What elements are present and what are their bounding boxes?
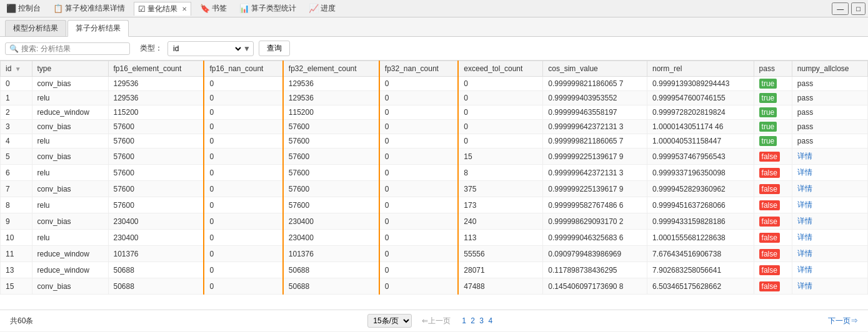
calibration-icon: 📋: [53, 4, 63, 13]
detail-link[interactable]: 详情: [797, 217, 812, 225]
cell-numpy-allclose[interactable]: 详情: [792, 230, 867, 246]
table-row: 10 relu 230400 0 230400 0 113 0.99999904…: [1, 230, 868, 246]
cell-numpy-allclose[interactable]: 详情: [792, 149, 867, 165]
cell-id: 0: [1, 77, 32, 91]
cell-exceed-tol: 113: [458, 230, 543, 246]
cell-fp32-nan: 0: [379, 134, 458, 149]
page-link-3[interactable]: 3: [479, 316, 484, 325]
table-row: 2 reduce_window 115200 0 115200 0 0 0.99…: [1, 105, 868, 120]
cell-fp32-nan: 0: [379, 230, 458, 246]
detail-link[interactable]: 详情: [797, 233, 812, 242]
minimize-button[interactable]: —: [832, 2, 849, 15]
cell-numpy-allclose[interactable]: 详情: [792, 278, 867, 295]
tab-op-analysis[interactable]: 算子分析结果: [67, 20, 129, 37]
title-bar-progress[interactable]: 📈 进度: [305, 2, 339, 15]
page-link-1[interactable]: 1: [462, 316, 466, 325]
cell-cos-sim: 0.999999821186065 7: [543, 77, 647, 91]
cell-fp16-elem: 57600: [108, 120, 204, 134]
cell-fp32-nan: 0: [379, 91, 458, 105]
cell-norm-rel: 7.676434516906738: [647, 246, 754, 262]
detail-link[interactable]: 详情: [797, 152, 812, 160]
cell-numpy-allclose[interactable]: 详情: [792, 197, 867, 213]
cell-id: 10: [1, 230, 32, 246]
cell-norm-rel: 7.902683258056641: [647, 262, 754, 278]
cell-numpy-allclose[interactable]: 详情: [792, 181, 867, 197]
cell-norm-rel: 0.9999433159828186: [647, 213, 754, 230]
cell-norm-rel: 0.9999547600746155: [647, 91, 754, 105]
col-header-fp32-elem: fp32_element_count: [283, 61, 379, 77]
cell-fp32-elem: 230400: [283, 213, 379, 230]
table-row: 3 conv_bias 57600 0 57600 0 0 0.99999964…: [1, 120, 868, 134]
title-bar-op-stats[interactable]: 📊 算子类型统计: [236, 2, 300, 15]
col-header-id[interactable]: id ▼: [1, 61, 32, 77]
cell-numpy-allclose: pass: [792, 105, 867, 120]
tab-model-analysis[interactable]: 模型分析结果: [5, 20, 66, 36]
cell-type: conv_bias: [32, 120, 108, 134]
cell-fp32-elem: 57600: [283, 134, 379, 149]
cell-fp32-elem: 230400: [283, 230, 379, 246]
cell-pass: false: [754, 278, 792, 295]
cell-numpy-allclose[interactable]: 详情: [792, 165, 867, 181]
page-link-2[interactable]: 2: [471, 316, 475, 325]
detail-link[interactable]: 详情: [797, 281, 812, 290]
close-tab-button[interactable]: ✕: [182, 6, 187, 12]
results-table: id ▼ type fp16_element_count fp16_nan_co…: [0, 61, 868, 295]
cell-type: conv_bias: [32, 213, 108, 230]
title-bar-calibration[interactable]: 📋 算子校准结果详情: [49, 2, 129, 15]
detail-link[interactable]: 详情: [797, 265, 812, 274]
table-row: 1 relu 129536 0 129536 0 0 0.99999940395…: [1, 91, 868, 105]
cell-id: 8: [1, 197, 32, 213]
op-stats-icon: 📊: [239, 4, 249, 13]
cell-exceed-tol: 240: [458, 213, 543, 230]
title-bar-quantization[interactable]: ☑ 量化结果 ✕: [134, 2, 191, 16]
table-row: 13 reduce_window 50688 0 50688 0 28071 0…: [1, 262, 868, 278]
table-row: 7 conv_bias 57600 0 57600 0 375 0.999999…: [1, 181, 868, 197]
cell-numpy-allclose[interactable]: 详情: [792, 262, 867, 278]
maximize-button[interactable]: □: [851, 2, 866, 15]
cell-norm-rel: 1.0001555681228638: [647, 230, 754, 246]
type-select[interactable]: id type pass: [168, 42, 243, 56]
detail-link[interactable]: 详情: [797, 200, 812, 209]
title-bar-console[interactable]: ⬛ 控制台: [2, 2, 44, 15]
next-page-button[interactable]: 下一页⇒: [828, 316, 858, 326]
cell-norm-rel: 0.9999537467956543: [647, 149, 754, 165]
cell-cos-sim: 0.999999225139617 9: [543, 149, 647, 165]
search-input[interactable]: [21, 44, 121, 53]
cell-numpy-allclose[interactable]: 详情: [792, 213, 867, 230]
cell-pass: false: [754, 246, 792, 262]
cell-fp16-nan: 0: [204, 213, 282, 230]
cell-id: 15: [1, 278, 32, 295]
detail-link[interactable]: 详情: [797, 184, 812, 193]
detail-link[interactable]: 详情: [797, 249, 812, 258]
page-link-4[interactable]: 4: [488, 316, 492, 325]
cell-id: 6: [1, 165, 32, 181]
cell-fp16-elem: 57600: [108, 134, 204, 149]
per-page-select[interactable]: 15条/页 30条/页 50条/页: [367, 314, 412, 328]
cell-id: 7: [1, 181, 32, 197]
pass-badge: false: [759, 233, 780, 243]
query-button[interactable]: 查询: [259, 41, 290, 56]
title-bar-bookmark[interactable]: 🔖 书签: [196, 2, 231, 15]
cell-norm-rel: 0.9999452829360962: [647, 181, 754, 197]
cell-pass: false: [754, 197, 792, 213]
cell-fp16-nan: 0: [204, 91, 282, 105]
cell-cos-sim: 0.999999582767486 6: [543, 197, 647, 213]
detail-link[interactable]: 详情: [797, 168, 812, 177]
cell-type: relu: [32, 165, 108, 181]
table-row: 9 conv_bias 230400 0 230400 0 240 0.9999…: [1, 213, 868, 230]
table-row: 15 conv_bias 50688 0 50688 0 47488 0.145…: [1, 278, 868, 295]
cell-fp16-nan: 0: [204, 134, 282, 149]
cell-fp32-elem: 57600: [283, 120, 379, 134]
cell-fp16-elem: 129536: [108, 91, 204, 105]
title-bar: ⬛ 控制台 📋 算子校准结果详情 ☑ 量化结果 ✕ 🔖 书签 📊 算子类型统计 …: [0, 0, 868, 17]
cell-fp16-nan: 0: [204, 197, 282, 213]
search-box[interactable]: 🔍: [5, 42, 130, 55]
cell-cos-sim: 0.0909799483986969: [543, 246, 647, 262]
table-body: 0 conv_bias 129536 0 129536 0 0 0.999999…: [1, 77, 868, 295]
cell-numpy-allclose[interactable]: 详情: [792, 246, 867, 262]
cell-norm-rel: 0.9999337196350098: [647, 165, 754, 181]
table-row: 5 conv_bias 57600 0 57600 0 15 0.9999992…: [1, 149, 868, 165]
cell-pass: true: [754, 120, 792, 134]
cell-fp32-nan: 0: [379, 105, 458, 120]
prev-page-button[interactable]: ⇐上一页: [422, 316, 451, 326]
